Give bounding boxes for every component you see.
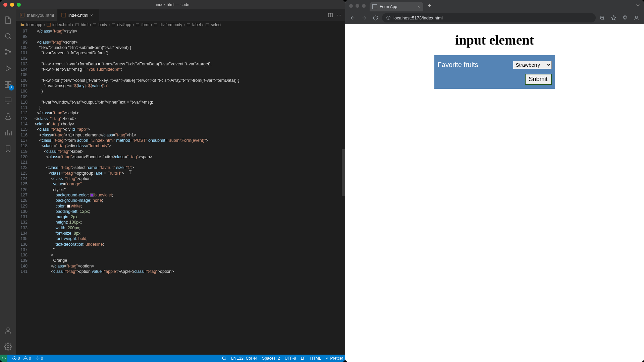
favicon bbox=[372, 4, 377, 9]
account-icon[interactable] bbox=[0, 322, 16, 339]
window-controls bbox=[3, 3, 21, 7]
breadcrumb-item[interactable]: index.html bbox=[46, 22, 71, 27]
svg-point-9 bbox=[7, 328, 9, 330]
cursor-position[interactable]: Ln 122, Col 44 bbox=[231, 356, 257, 361]
tab-label: thankyou.html bbox=[27, 13, 54, 18]
svg-point-10 bbox=[7, 346, 9, 348]
browser-window: Form App × + localhost:5173/index.html i… bbox=[345, 0, 644, 362]
svg-point-14 bbox=[340, 15, 341, 15]
back-button[interactable] bbox=[348, 13, 357, 22]
vscode-titlebar: index.html — code bbox=[0, 0, 345, 9]
forward-button[interactable] bbox=[359, 13, 369, 22]
encoding-status[interactable]: UTF-8 bbox=[285, 356, 296, 361]
svg-point-12 bbox=[337, 15, 338, 15]
close-tab-icon[interactable]: × bbox=[418, 4, 420, 9]
svg-point-27 bbox=[636, 16, 638, 18]
browser-tab-title: Form App bbox=[380, 4, 397, 9]
svg-point-0 bbox=[5, 34, 10, 38]
svg-rect-19 bbox=[154, 24, 157, 26]
editor-tabs: thankyou.html index.html × bbox=[16, 9, 345, 21]
activity-bar: 3 bbox=[0, 9, 16, 355]
split-editor-icon[interactable] bbox=[328, 12, 333, 18]
maximize-window-button[interactable] bbox=[17, 3, 21, 7]
language-mode[interactable]: HTML bbox=[310, 356, 321, 361]
explorer-icon[interactable] bbox=[0, 12, 16, 28]
close-window-button[interactable] bbox=[3, 3, 7, 7]
breadcrumb-item[interactable]: html bbox=[75, 22, 89, 27]
statusbar: 0 0 0 Ln 122, Col 44 Spaces: 2 UTF-8 LF … bbox=[0, 355, 345, 362]
svg-point-13 bbox=[339, 15, 339, 15]
graph-icon[interactable] bbox=[0, 125, 16, 141]
extensions-badge: 3 bbox=[9, 85, 14, 90]
tab-thankyou[interactable]: thankyou.html bbox=[16, 9, 58, 21]
breadcrumb-item[interactable]: select bbox=[205, 22, 221, 27]
remote-explorer-icon[interactable] bbox=[0, 93, 16, 109]
remote-indicator[interactable] bbox=[0, 355, 7, 362]
bookmark-star-icon[interactable] bbox=[609, 13, 619, 22]
browser-tab[interactable]: Form App × bbox=[370, 2, 423, 11]
eol-status[interactable]: LF bbox=[301, 356, 306, 361]
maximize-window-button[interactable] bbox=[362, 4, 366, 8]
svg-point-3 bbox=[9, 52, 11, 53]
breadcrumbs[interactable]: form-app›index.html›html›body›div#app›fo… bbox=[16, 21, 345, 28]
browser-window-controls bbox=[345, 4, 370, 8]
tab-label: index.html bbox=[68, 13, 88, 18]
breadcrumb-item[interactable]: div.formbody bbox=[153, 22, 182, 27]
port-status[interactable]: 0 bbox=[35, 356, 43, 361]
favorite-fruits-label: Favorite fruits bbox=[438, 61, 478, 69]
svg-rect-8 bbox=[5, 98, 11, 102]
breadcrumb-item[interactable]: form bbox=[135, 22, 149, 27]
bookmark-icon[interactable] bbox=[0, 141, 16, 157]
submit-button[interactable]: Submit bbox=[525, 74, 552, 85]
url-text: localhost:5173/index.html bbox=[393, 15, 443, 20]
minimize-window-button[interactable] bbox=[356, 4, 359, 8]
browser-titlebar: Form App × + bbox=[345, 0, 644, 11]
zoom-icon[interactable] bbox=[598, 13, 607, 22]
breadcrumb-item[interactable]: label bbox=[186, 22, 201, 27]
testing-icon[interactable] bbox=[0, 109, 16, 125]
svg-point-24 bbox=[223, 357, 225, 359]
url-bar[interactable]: localhost:5173/index.html bbox=[382, 13, 596, 22]
settings-gear-icon[interactable] bbox=[0, 339, 16, 355]
problems-status[interactable]: 0 0 bbox=[12, 356, 31, 361]
breadcrumb-item[interactable]: div#app bbox=[111, 22, 131, 27]
close-window-button[interactable] bbox=[349, 4, 353, 8]
svg-rect-17 bbox=[112, 24, 115, 26]
svg-point-23 bbox=[37, 358, 38, 359]
minimap[interactable] bbox=[342, 28, 345, 355]
svg-rect-16 bbox=[93, 24, 96, 26]
indentation-status[interactable]: Spaces: 2 bbox=[262, 356, 280, 361]
page-body: input element Favorite fruits Strawberry… bbox=[345, 24, 644, 362]
site-info-icon[interactable] bbox=[386, 15, 391, 20]
breadcrumb-item[interactable]: form-app bbox=[20, 22, 42, 27]
extensions-icon[interactable]: 3 bbox=[0, 76, 16, 93]
minimize-window-button[interactable] bbox=[10, 3, 14, 7]
new-tab-button[interactable]: + bbox=[425, 3, 434, 9]
profile-avatar-icon[interactable] bbox=[632, 13, 641, 22]
favfruit-select[interactable]: Strawberry bbox=[513, 61, 552, 69]
reload-button[interactable] bbox=[371, 13, 380, 22]
window-title: index.html — code bbox=[156, 2, 189, 7]
page-heading: input element bbox=[455, 32, 534, 48]
code-editor[interactable]: 9798991001011021031041051061071081091101… bbox=[16, 28, 345, 355]
breadcrumb-item[interactable]: body bbox=[92, 22, 107, 27]
formatter-status[interactable]: ✓ Prettier bbox=[326, 356, 343, 361]
svg-point-1 bbox=[5, 50, 7, 51]
tab-index[interactable]: index.html × bbox=[58, 9, 99, 21]
svg-rect-5 bbox=[8, 81, 11, 84]
source-control-icon[interactable] bbox=[0, 44, 16, 60]
vscode-window: index.html — code 3 thankyou.html bbox=[0, 0, 345, 362]
tab-overflow-icon[interactable] bbox=[635, 2, 641, 9]
close-tab-icon[interactable]: × bbox=[90, 13, 96, 18]
svg-rect-20 bbox=[187, 24, 190, 26]
svg-rect-4 bbox=[5, 81, 8, 84]
svg-rect-6 bbox=[5, 85, 8, 87]
search-statusbar-icon[interactable] bbox=[222, 356, 226, 361]
svg-rect-21 bbox=[206, 24, 209, 26]
form-body: Favorite fruits Strawberry Submit bbox=[434, 55, 555, 89]
browser-toolbar: localhost:5173/index.html bbox=[345, 11, 644, 24]
more-actions-icon[interactable] bbox=[336, 12, 342, 18]
run-debug-icon[interactable] bbox=[0, 60, 16, 76]
extensions-puzzle-icon[interactable] bbox=[621, 13, 630, 22]
search-icon[interactable] bbox=[0, 28, 16, 44]
